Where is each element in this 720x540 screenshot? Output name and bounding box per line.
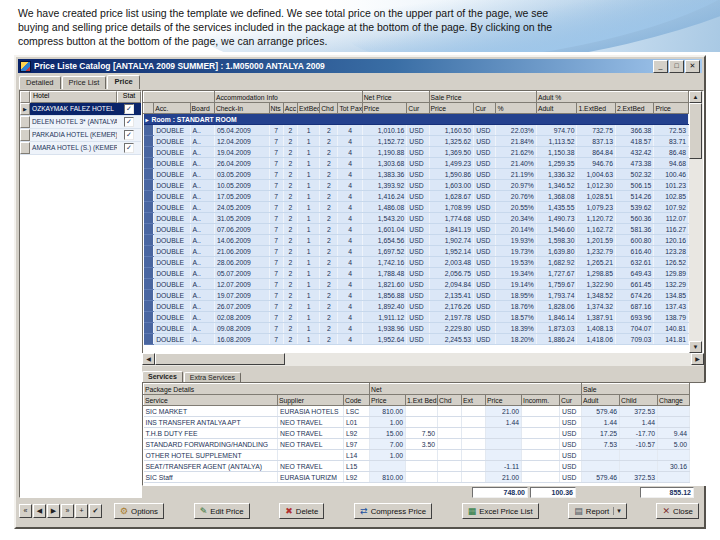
cell[interactable] xyxy=(406,472,438,483)
cell[interactable]: 1 xyxy=(297,136,319,147)
cell[interactable]: OTHER HOTEL SUPPLEMENT xyxy=(144,450,278,461)
price-row[interactable]: DOUBLEA..10.05.2009721241,393.92USD1,603… xyxy=(144,180,689,191)
cell[interactable]: 86.48 xyxy=(654,147,689,158)
cell[interactable]: A.. xyxy=(190,180,214,191)
cell[interactable]: 1,742.16 xyxy=(362,257,407,268)
cell[interactable] xyxy=(438,450,462,461)
cell[interactable]: 112.07 xyxy=(654,213,689,224)
cell[interactable]: 2 xyxy=(320,279,338,290)
cell[interactable]: 83.71 xyxy=(654,136,689,147)
cell[interactable]: 1 xyxy=(297,290,319,301)
cell[interactable]: 7 xyxy=(269,180,283,191)
cell[interactable]: 2 xyxy=(320,323,338,334)
cell[interactable]: 7 xyxy=(269,202,283,213)
cell[interactable]: 2 xyxy=(320,224,338,235)
minimize-button[interactable]: _ xyxy=(653,60,668,73)
cell[interactable]: 2,094.84 xyxy=(429,279,474,290)
cell[interactable] xyxy=(438,461,462,472)
service-row[interactable]: STANDARD FORWARDING/HANDLINGNEO TRAVELL9… xyxy=(144,439,690,450)
cell[interactable]: 2 xyxy=(283,158,297,169)
cell[interactable]: USD xyxy=(474,268,496,279)
cell[interactable] xyxy=(522,428,560,439)
cell[interactable]: 2 xyxy=(283,290,297,301)
cell[interactable]: 2 xyxy=(320,257,338,268)
cell[interactable]: 1,152.72 xyxy=(362,136,407,147)
cell[interactable]: A.. xyxy=(190,136,214,147)
cell[interactable]: 2,176.26 xyxy=(429,301,474,312)
cell[interactable]: A.. xyxy=(190,279,214,290)
cell[interactable]: 7 xyxy=(269,246,283,257)
cell[interactable] xyxy=(486,439,522,450)
cell[interactable]: 22.03% xyxy=(496,125,537,136)
cell[interactable]: 2 xyxy=(320,312,338,323)
cell[interactable]: 03.05.2009 xyxy=(214,169,269,180)
cell[interactable]: USD xyxy=(407,147,429,158)
cell[interactable]: 72.53 xyxy=(654,125,689,136)
cell[interactable]: 1,873.03 xyxy=(536,323,577,334)
cell[interactable]: DOUBLE xyxy=(154,246,190,257)
cell[interactable]: USD xyxy=(407,202,429,213)
cell[interactable]: 1 xyxy=(297,301,319,312)
cell[interactable]: 1 xyxy=(297,213,319,224)
cell[interactable]: 1,012.30 xyxy=(577,180,615,191)
cell[interactable]: 18.39% xyxy=(496,323,537,334)
cell[interactable]: USD xyxy=(407,257,429,268)
cell[interactable] xyxy=(144,224,154,235)
cell[interactable]: 2 xyxy=(320,235,338,246)
cell[interactable]: 1 xyxy=(297,246,319,257)
cell[interactable]: DOUBLE xyxy=(154,323,190,334)
price-row[interactable]: DOUBLEA..07.06.2009721241,601.04USD1,841… xyxy=(144,224,689,235)
cell[interactable]: 2 xyxy=(283,268,297,279)
price-row[interactable]: DOUBLEA..26.07.2009721241,892.40USD2,176… xyxy=(144,301,689,312)
nav-last-button[interactable]: » xyxy=(61,504,74,518)
group-header-package-details[interactable]: Package Details xyxy=(144,384,370,395)
cell[interactable]: 1,190.88 xyxy=(362,147,407,158)
column-header[interactable]: Cur xyxy=(474,103,496,114)
cell[interactable]: 1,325.62 xyxy=(429,136,474,147)
cell[interactable]: INS TRANSFER ANTALYA APT xyxy=(144,417,278,428)
cell[interactable] xyxy=(462,417,486,428)
cell[interactable] xyxy=(658,406,690,417)
close-window-button[interactable]: ✕ xyxy=(685,60,700,73)
cell[interactable]: 3.50 xyxy=(406,439,438,450)
cell[interactable]: 2 xyxy=(320,334,338,345)
cell[interactable]: 1.44 xyxy=(620,417,658,428)
cell[interactable]: 4 xyxy=(338,279,362,290)
column-header[interactable]: Price xyxy=(429,103,474,114)
cell[interactable]: 616.40 xyxy=(615,246,653,257)
cell[interactable] xyxy=(582,450,620,461)
cell[interactable]: 101.23 xyxy=(654,180,689,191)
cell[interactable]: EURASIA HOTELS xyxy=(278,406,344,417)
cell[interactable]: 506.15 xyxy=(615,180,653,191)
cell[interactable]: LSC xyxy=(344,406,370,417)
cell[interactable]: A.. xyxy=(190,158,214,169)
cell[interactable]: 30.16 xyxy=(658,461,690,472)
cell[interactable]: 1,892.40 xyxy=(362,301,407,312)
cell[interactable]: 07.06.2009 xyxy=(214,224,269,235)
cell[interactable]: 2 xyxy=(320,202,338,213)
cell[interactable]: DOUBLE xyxy=(154,147,190,158)
cell[interactable]: 1,628.67 xyxy=(429,191,474,202)
cell[interactable]: 1 xyxy=(297,312,319,323)
cell[interactable]: NEO TRAVEL xyxy=(278,461,344,472)
cell[interactable]: 418.57 xyxy=(615,136,653,147)
cell[interactable]: USD xyxy=(407,158,429,169)
cell[interactable]: 1,303.68 xyxy=(362,158,407,169)
cell[interactable]: 1,408.13 xyxy=(577,323,615,334)
cell[interactable]: USD xyxy=(407,334,429,345)
cell[interactable]: 20.55% xyxy=(496,202,537,213)
cell[interactable] xyxy=(522,439,560,450)
cell[interactable]: T.H.B DUTY FEE xyxy=(144,428,278,439)
cell[interactable]: DOUBLE xyxy=(154,312,190,323)
cell[interactable]: USD xyxy=(560,439,582,450)
cell[interactable]: 1,004.63 xyxy=(577,169,615,180)
cell[interactable]: USD xyxy=(407,323,429,334)
cell[interactable]: 732.75 xyxy=(577,125,615,136)
cell[interactable]: 2 xyxy=(320,213,338,224)
cell[interactable]: 502.32 xyxy=(615,169,653,180)
cell[interactable]: 24.05.2009 xyxy=(214,202,269,213)
cell[interactable]: USD xyxy=(407,125,429,136)
cell[interactable]: 1 xyxy=(297,169,319,180)
cell[interactable]: 1,418.06 xyxy=(577,334,615,345)
service-row[interactable]: INS TRANSFER ANTALYA APTNEO TRAVELL011.0… xyxy=(144,417,690,428)
